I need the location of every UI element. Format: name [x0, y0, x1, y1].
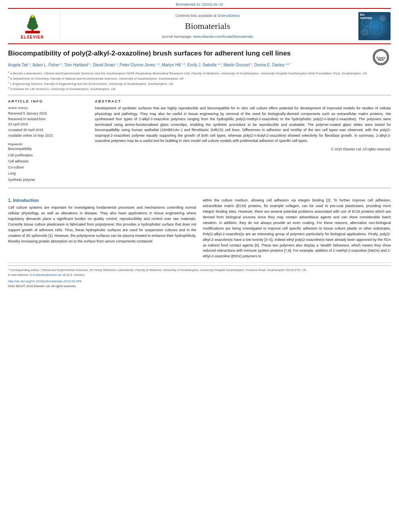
crossmark-badge: Cross Mark	[373, 49, 391, 67]
sciencedirect-link[interactable]: ScienceDirect	[218, 14, 240, 18]
authors-line: Angela Tait a, Adam L. Fisher b, Tom Har…	[8, 62, 391, 68]
article-history: Article history: Received 5 January 2015…	[8, 106, 88, 138]
contents-available: Contents lists available at ScienceDirec…	[175, 14, 240, 18]
article-title: Biocompatibility of poly(2-alkyl-2-oxazo…	[8, 49, 369, 58]
introduction-section: 1. Introduction Cell culture systems are…	[8, 198, 391, 259]
elsevier-logo-section: ELSEVIER	[8, 12, 60, 40]
email-label: E-mail address:	[8, 273, 29, 277]
intro-left-text: Cell culture systems are important for i…	[8, 205, 196, 244]
svg-text:Mark: Mark	[378, 58, 384, 61]
biomaterials-badge: Bio materials	[358, 12, 391, 40]
keyword-4: Co-culture	[8, 164, 88, 170]
svg-text:Bio: Bio	[360, 13, 364, 16]
crossmark-icon: Cross Mark	[373, 49, 389, 65]
article-info-header: ARTICLE INFO	[8, 99, 88, 103]
svg-text:materials: materials	[360, 16, 372, 19]
section-divider-2	[8, 188, 391, 188]
homepage-line: journal homepage: www.elsevier.com/locat…	[162, 35, 253, 39]
keyword-6: Synthetic polymer	[8, 177, 88, 183]
homepage-link[interactable]: www.elsevier.com/locate/biomaterials	[193, 35, 253, 39]
received-date: Received 5 January 2015	[8, 111, 88, 117]
footer: * Corresponding author. Clinical and Exp…	[8, 263, 391, 288]
journal-title: Biomaterials	[185, 21, 230, 31]
badge-graphic: Bio materials	[358, 12, 391, 40]
svg-point-10	[379, 15, 386, 21]
journal-header: ELSEVIER Contents lists available at Sci…	[8, 8, 391, 44]
abstract-text: Development of synthetic surfaces that a…	[95, 106, 391, 144]
intro-section-title: 1. Introduction	[8, 198, 196, 203]
elsevier-logo: ELSEVIER	[21, 13, 45, 39]
available-date: Available online 14 May 2015	[8, 133, 88, 139]
intro-right-col: within the culture medium, allowing cell…	[203, 198, 391, 259]
doi-line[interactable]: http://dx.doi.org/10.1016/j.biomaterials…	[8, 279, 391, 284]
section-divider-1	[8, 95, 391, 95]
copyright-line: © 2015 Elsevier Ltd. All rights reserved…	[95, 147, 391, 151]
elsevier-label: ELSEVIER	[21, 35, 44, 39]
keywords-header: Keywords:	[8, 142, 88, 146]
keyword-2: Cell proliferation	[8, 152, 88, 158]
abstract-col: ABSTRACT Development of synthetic surfac…	[95, 99, 391, 183]
affil-a: a a Brooke Laboratories, Clinical and Ex…	[8, 70, 391, 76]
article-info-abstract: ARTICLE INFO Article history: Received 5…	[8, 99, 391, 183]
elsevier-tree-icon	[21, 13, 45, 33]
citation-bar: Biomaterials 61 (2015) 26–32	[0, 0, 399, 8]
main-content: Biocompatibility of poly(2-alkyl-2-oxazo…	[8, 44, 391, 198]
affiliations: a a Brooke Laboratories, Clinical and Ex…	[8, 70, 391, 91]
affil-c: c c Engineering Science, Faculty of Engi…	[8, 81, 391, 86]
keyword-3: Cell adhesion	[8, 158, 88, 164]
keyword-1: Biocompatibility	[8, 146, 88, 152]
intro-left-col: 1. Introduction Cell culture systems are…	[8, 198, 196, 259]
revised-date: 23 April 2015	[8, 122, 88, 127]
issn-line: 0142-9612/© 2015 Elsevier Ltd. All right…	[8, 284, 391, 288]
email-line: E-mail address: D.E.Davies@soton.ac.uk (…	[8, 273, 391, 277]
citation-text: Biomaterials 61 (2015) 26–32	[176, 2, 223, 6]
article-info-col: ARTICLE INFO Article history: Received 5…	[8, 99, 88, 183]
svg-point-11	[360, 28, 368, 36]
email-address[interactable]: D.E.Davies@soton.ac.uk	[30, 273, 66, 277]
keywords-section: Keywords: Biocompatibility Cell prolifer…	[8, 142, 88, 183]
history-label: Article history:	[8, 106, 88, 111]
affil-d: d d Institute for Life Sciences, Univers…	[8, 86, 391, 91]
affil-b: b b Department of Chemistry, Faculty of …	[8, 76, 391, 81]
svg-rect-6	[25, 31, 39, 33]
journal-center: Contents lists available at ScienceDirec…	[60, 12, 355, 40]
abstract-header: ABSTRACT	[95, 99, 391, 103]
intro-right-text: within the culture medium, allowing cell…	[203, 198, 391, 259]
email-suffix: (D.E. Davies).	[66, 273, 85, 277]
revised-label: Received in revised form	[8, 117, 88, 122]
emily-swindle: Emily J. Swindle	[187, 63, 217, 67]
keywords-list: Biocompatibility Cell proliferation Cell…	[8, 146, 88, 183]
accepted-date: Accepted 30 April 2015	[8, 127, 88, 133]
corresponding-author-note: * Corresponding author. Clinical and Exp…	[8, 268, 391, 272]
keyword-5: Lung	[8, 170, 88, 177]
biomaterials-badge-section: Bio materials	[355, 12, 391, 40]
